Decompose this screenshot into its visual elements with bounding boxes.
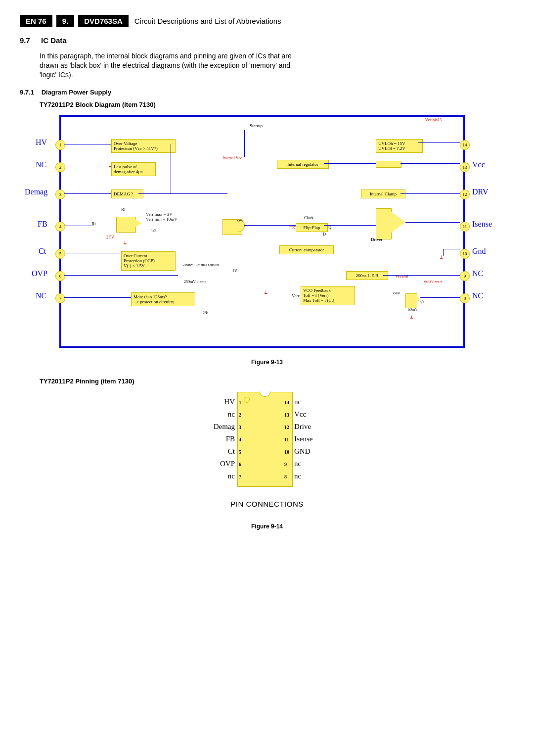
pin-label: Isense: [294, 435, 313, 443]
pinning-diagram: HV 1 nc 2 Demag 3 FB 4 Ct 5 OVP 6 nc 7 1…: [185, 392, 349, 496]
subsection-title: Diagram Power Supply: [42, 89, 112, 96]
pin-number: 2: [239, 412, 241, 418]
wire-red: [289, 227, 296, 227]
wire: [138, 193, 227, 194]
pin-10-label: Gnd: [472, 247, 486, 256]
demag-box: DEMAG ?: [111, 189, 143, 198]
chapter-title: Circuit Descriptions and List of Abbrevi…: [129, 15, 287, 27]
pin-label: Demag: [203, 423, 235, 431]
pin-4-label: FB: [38, 220, 47, 229]
section-paragraph: In this paragraph, the internal block di…: [40, 51, 297, 80]
clamp250-label: 250mV clamp: [184, 280, 206, 284]
ic-pin1-dot-icon: [244, 397, 250, 403]
current-comparator-box: Current comparator: [279, 245, 334, 254]
ground-icon: ┷: [410, 316, 413, 321]
pin-3-label: Demag: [25, 188, 47, 196]
startup-label: Startup: [250, 123, 263, 128]
pin-9: 9: [460, 271, 470, 281]
wire: [64, 253, 121, 253]
figure-1-caption: Figure 9-13: [20, 359, 514, 366]
pin-label: nc: [213, 410, 235, 419]
wire: [64, 297, 131, 298]
section-heading: 9.7 IC Data: [20, 36, 514, 45]
page-header: EN 76 9. DVD763SA Circuit Descriptions a…: [20, 15, 514, 27]
pin-2: 2: [55, 162, 65, 172]
pin-label: Vcc: [294, 410, 306, 419]
twok-label: 2/k: [203, 311, 208, 315]
pin-5-label: Ct: [39, 247, 46, 256]
pin-label: GND: [294, 447, 311, 456]
pin-label: Ct: [213, 447, 235, 456]
pin-9-label: NC: [472, 269, 483, 278]
pin-11-label: Isense: [472, 220, 492, 229]
wire: [400, 163, 460, 164]
rf-label: Rf: [121, 207, 126, 212]
driver-label: Driver: [371, 237, 383, 242]
pin-label: nc: [213, 472, 235, 480]
pin-number: 12: [284, 425, 289, 430]
pin-8-label: NC: [472, 291, 483, 300]
driver-triangle: [387, 208, 405, 236]
flipflop-box: R Flip-Flop Q D: [296, 223, 328, 232]
pinning-diagram-title: TY72011P2 Pinning (item 7130): [40, 378, 514, 385]
ff-q-label: Q: [328, 225, 331, 230]
pin-label: Drive: [294, 423, 311, 431]
uvlo-box: UVLOh = 15V UVLOl = 7.2V: [376, 139, 423, 153]
pin-label: FB: [213, 435, 235, 443]
pin-11: 11: [460, 222, 470, 232]
ground-icon: ┷: [124, 241, 126, 246]
internal-vcc-label: Internal Vcc: [222, 156, 242, 160]
ovp-abbr-2: OVP: [393, 291, 400, 295]
wire: [400, 193, 460, 194]
lang-page: EN 76: [20, 15, 52, 27]
protection-box: More than 128ms? --> protection circuitr…: [131, 292, 195, 307]
wire: [443, 249, 460, 249]
wire: [443, 249, 444, 256]
pin-7-label: NC: [36, 291, 46, 300]
pin-number: 11: [284, 437, 289, 442]
pin-6: 6: [55, 271, 65, 281]
wire: [418, 142, 460, 143]
pin-label: HV: [213, 398, 235, 406]
pin-label: nc: [294, 460, 301, 468]
pin-number: 9: [284, 462, 287, 467]
pin-number: 13: [284, 412, 289, 418]
section-title: IC Data: [41, 36, 67, 45]
ovp-box: Over Voltage Protection (Vcc > 41V?): [111, 139, 176, 153]
block-diagram-title: TY72011P2 Block Diagram (item 7130): [40, 101, 514, 108]
ovp-abbr: OVP: [237, 219, 244, 223]
pin-label: nc: [294, 398, 301, 406]
pin-13: 13: [460, 162, 470, 172]
wire: [171, 144, 171, 193]
pin-12-label: DRV: [472, 188, 489, 196]
pin-number: 5: [239, 449, 241, 455]
pin-8: 8: [460, 293, 470, 303]
wire: [64, 226, 94, 226]
wire: [64, 193, 111, 194]
internal-regulator-box: Internal regulator: [277, 160, 329, 169]
vcc-pin13-label: Vcc pin13: [425, 118, 442, 122]
verr-range: Verr max = 3V Verr min = 10mV: [146, 212, 178, 222]
leb-box: 200ns L.E.B: [346, 271, 388, 280]
pin-number: 3: [239, 425, 241, 430]
pin-label: OVP: [208, 460, 235, 468]
pin-label: nc: [294, 472, 301, 480]
pin-12: 12: [460, 189, 470, 199]
vco-box: VCO Feedback Toff = f (Verr) Max Toff = …: [301, 286, 355, 305]
pin-number: 1: [239, 400, 241, 405]
wire: [324, 163, 376, 164]
pin-3: 3: [55, 189, 65, 199]
pin-number: 6: [239, 462, 241, 467]
wire: [64, 275, 178, 276]
wire: [383, 275, 460, 276]
one-third-label: 1/3: [151, 228, 157, 233]
subsection-heading: 9.7.1 Diagram Power Supply: [20, 89, 514, 96]
wire: [405, 222, 460, 223]
ff-d-label: D: [323, 232, 326, 236]
model-number: DVD763SA: [78, 15, 129, 27]
switch-box: [376, 161, 401, 168]
wire: [324, 225, 376, 226]
pin-1: 1: [55, 140, 65, 150]
pin-1-label: HV: [36, 138, 47, 147]
pin-10: 10: [460, 249, 470, 259]
